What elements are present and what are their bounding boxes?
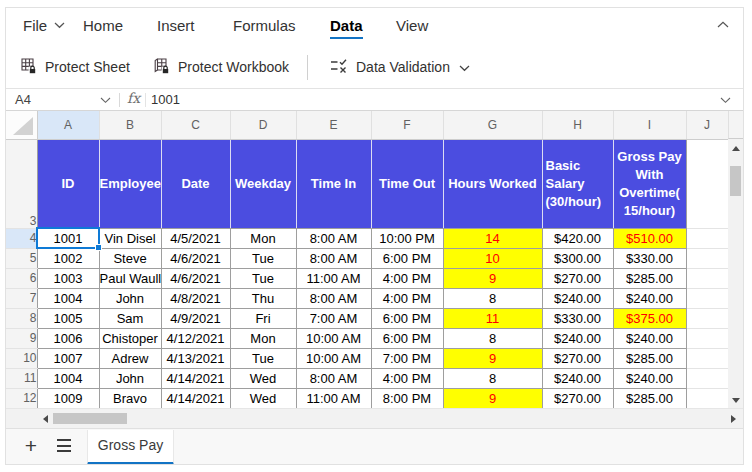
table-header-cell[interactable]: Gross Pay With Overtime( 15/hour) [613, 139, 686, 228]
table-header-cell[interactable]: Date [161, 139, 230, 228]
cell-B7[interactable]: John [99, 288, 161, 308]
cell-I9[interactable]: $240.00 [613, 328, 686, 348]
protect-workbook-button[interactable]: Protect Workbook [153, 52, 289, 82]
cell-E10[interactable]: 10:00 AM [296, 348, 371, 368]
add-sheet-button[interactable]: + [17, 432, 45, 460]
cell-C8[interactable]: 4/9/2021 [161, 308, 230, 328]
column-header-I[interactable]: I [613, 111, 686, 139]
cell-I5[interactable]: $330.00 [613, 248, 686, 268]
cell-D5[interactable]: Tue [230, 248, 296, 268]
cell-A5[interactable]: 1002 [37, 248, 99, 268]
cell-B12[interactable]: Bravo [99, 388, 161, 408]
menu-item-formulas[interactable]: Formulas [233, 15, 296, 39]
data-validation-button[interactable]: Data Validation [330, 52, 470, 82]
menu-item-insert[interactable]: Insert [157, 15, 195, 39]
menu-item-view[interactable]: View [396, 15, 428, 39]
empty-cell[interactable] [686, 268, 728, 288]
cell-F5[interactable]: 6:00 PM [371, 248, 443, 268]
row-header-11[interactable]: 11 [6, 368, 37, 388]
cell-B5[interactable]: Steve [99, 248, 161, 268]
cell-C12[interactable]: 4/14/2021 [161, 388, 230, 408]
cell-I10[interactable]: $285.00 [613, 348, 686, 368]
cell-G9[interactable]: 8 [443, 328, 542, 348]
cell-G4[interactable]: 14 [443, 228, 542, 248]
cell-A6[interactable]: 1003 [37, 268, 99, 288]
cell-G10[interactable]: 9 [443, 348, 542, 368]
chevron-down-icon[interactable] [100, 97, 111, 104]
cell-D9[interactable]: Mon [230, 328, 296, 348]
cell-B6[interactable]: Paul Waull [99, 268, 161, 288]
cell-A9[interactable]: 1006 [37, 328, 99, 348]
cell-C9[interactable]: 4/12/2021 [161, 328, 230, 348]
cell-G7[interactable]: 8 [443, 288, 542, 308]
cell-A7[interactable]: 1004 [37, 288, 99, 308]
cell-I7[interactable]: $240.00 [613, 288, 686, 308]
cell-H8[interactable]: $330.00 [542, 308, 613, 328]
cell-I6[interactable]: $285.00 [613, 268, 686, 288]
row-header-8[interactable]: 8 [6, 308, 37, 328]
cell-C4[interactable]: 4/5/2021 [161, 228, 230, 248]
cell-C6[interactable]: 4/6/2021 [161, 268, 230, 288]
cell-H12[interactable]: $270.00 [542, 388, 613, 408]
cell-F10[interactable]: 7:00 PM [371, 348, 443, 368]
cell-F8[interactable]: 6:00 PM [371, 308, 443, 328]
cell-D6[interactable]: Tue [230, 268, 296, 288]
cell-F4[interactable]: 10:00 PM [371, 228, 443, 248]
menu-item-home[interactable]: Home [83, 15, 123, 39]
cell-D8[interactable]: Fri [230, 308, 296, 328]
cell-B8[interactable]: Sam [99, 308, 161, 328]
cell-H4[interactable]: $420.00 [542, 228, 613, 248]
cell-C10[interactable]: 4/13/2021 [161, 348, 230, 368]
row-header-7[interactable]: 7 [6, 288, 37, 308]
protect-sheet-button[interactable]: Protect Sheet [20, 52, 130, 82]
cell-G6[interactable]: 9 [443, 268, 542, 288]
chevron-down-icon[interactable] [54, 22, 65, 29]
empty-cell[interactable] [686, 348, 728, 368]
cell-E11[interactable]: 8:00 AM [296, 368, 371, 388]
scroll-left-icon[interactable] [43, 415, 48, 423]
fx-icon[interactable]: fx [127, 90, 140, 106]
cell-I11[interactable]: $240.00 [613, 368, 686, 388]
cell-G8[interactable]: 11 [443, 308, 542, 328]
cell-A10[interactable]: 1007 [37, 348, 99, 368]
cell-E5[interactable]: 8:00 AM [296, 248, 371, 268]
table-header-cell[interactable]: ID [37, 139, 99, 228]
cell-H7[interactable]: $240.00 [542, 288, 613, 308]
cell-G12[interactable]: 9 [443, 388, 542, 408]
cell-G11[interactable]: 8 [443, 368, 542, 388]
cell-A11[interactable]: 1004 [37, 368, 99, 388]
cell-D11[interactable]: Wed [230, 368, 296, 388]
cell-C5[interactable]: 4/6/2021 [161, 248, 230, 268]
scroll-right-icon[interactable] [731, 415, 736, 423]
table-header-cell[interactable]: Time In [296, 139, 371, 228]
select-all-corner[interactable] [6, 111, 37, 139]
column-header-F[interactable]: F [371, 111, 443, 139]
cell-D12[interactable]: Wed [230, 388, 296, 408]
cell-I12[interactable]: $285.00 [613, 388, 686, 408]
cell-E12[interactable]: 11:00 AM [296, 388, 371, 408]
column-header-G[interactable]: G [443, 111, 542, 139]
column-header-C[interactable]: C [161, 111, 230, 139]
table-header-cell[interactable]: Time Out [371, 139, 443, 228]
cell-C11[interactable]: 4/14/2021 [161, 368, 230, 388]
sheet-list-icon[interactable] [54, 438, 74, 454]
cell-E4[interactable]: 8:00 AM [296, 228, 371, 248]
menu-item-file[interactable]: File [23, 15, 47, 39]
cell-H9[interactable]: $240.00 [542, 328, 613, 348]
fill-handle[interactable] [95, 244, 102, 251]
empty-cell[interactable] [686, 228, 728, 248]
cell-B9[interactable]: Chistoper [99, 328, 161, 348]
cell-D4[interactable]: Mon [230, 228, 296, 248]
vertical-scrollbar-thumb[interactable] [730, 166, 741, 196]
row-header-12[interactable]: 12 [6, 388, 37, 408]
cell-G5[interactable]: 10 [443, 248, 542, 268]
row-header-6[interactable]: 6 [6, 268, 37, 288]
cell-A4[interactable]: 1001 [37, 228, 99, 248]
table-header-cell[interactable]: Weekday [230, 139, 296, 228]
cell-H11[interactable]: $240.00 [542, 368, 613, 388]
chevron-down-icon[interactable] [720, 97, 731, 104]
cell-B4[interactable]: Vin Disel [99, 228, 161, 248]
cell-C7[interactable]: 4/8/2021 [161, 288, 230, 308]
cell-F9[interactable]: 6:00 PM [371, 328, 443, 348]
column-header-A[interactable]: A [37, 111, 99, 139]
